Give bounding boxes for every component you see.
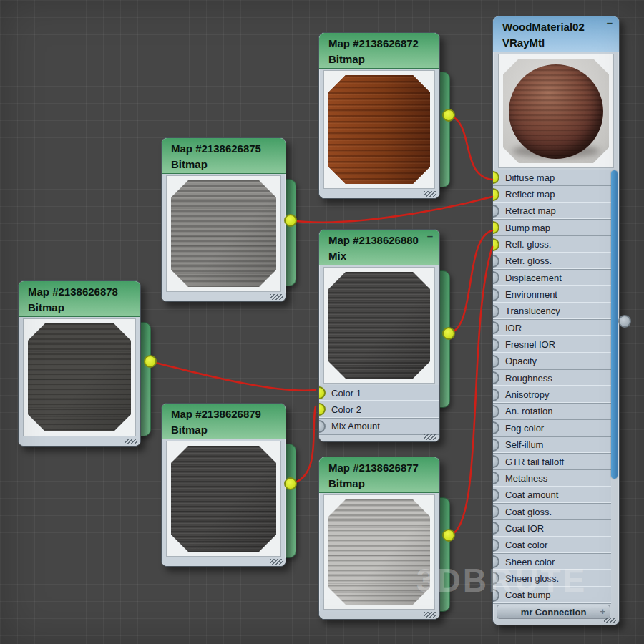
material-slot[interactable]: Fresnel IOR — [493, 336, 611, 353]
mix-slot[interactable]: Color 2 — [319, 401, 439, 418]
node-map-2138626872[interactable]: Map #2138626872 Bitmap — [318, 32, 440, 199]
material-slot[interactable]: Coat color — [493, 537, 611, 554]
slot-label: GTR tail falloff — [493, 457, 564, 467]
resize-grip-icon[interactable] — [424, 434, 436, 440]
material-slot[interactable]: Refract map — [493, 203, 611, 220]
wire-2878-to-color1[interactable] — [150, 361, 316, 391]
slot-label: Environment — [493, 289, 557, 300]
node-header[interactable]: Map #2138626872 Bitmap — [319, 33, 439, 69]
material-slot[interactable]: Fog color — [493, 420, 611, 436]
node-scrollbar[interactable] — [611, 170, 618, 479]
node-subtitle: Bitmap — [28, 300, 140, 315]
expand-plus-icon[interactable]: + — [600, 606, 605, 617]
wire-mix-to-bump[interactable] — [449, 230, 492, 333]
output-socket-2877[interactable] — [442, 529, 455, 542]
material-slot[interactable]: Anisotropy — [493, 386, 611, 403]
slot-label: Coat bump — [493, 590, 551, 600]
material-preview[interactable] — [498, 54, 614, 168]
node-subtitle: Bitmap — [328, 476, 439, 491]
node-material-woodmaterial02[interactable]: – WoodMaterial02 VRayMtl Diffuse map Ref… — [492, 16, 620, 625]
mix-slot[interactable]: Color 1 — [319, 385, 439, 401]
slot-label: Translucency — [493, 306, 560, 316]
material-slot[interactable]: Diffuse map — [493, 170, 611, 186]
material-slot[interactable]: Sheen gloss. — [493, 570, 611, 587]
slot-label: Mix Amount — [319, 421, 380, 431]
material-sphere — [509, 64, 603, 159]
wire-2875-to-reflect[interactable] — [291, 197, 492, 223]
material-slot-list: Diffuse map Reflect map Refract map Bump… — [493, 170, 611, 604]
node-mix-2138626880[interactable]: – Map #2138626880 Mix Color 1 Color 2 Mi… — [318, 229, 440, 442]
material-slot[interactable]: Displacement — [493, 270, 611, 286]
resize-grip-icon[interactable] — [604, 618, 616, 623]
material-slot[interactable]: Self-illum — [493, 437, 611, 454]
node-header[interactable]: Map #2138626879 Bitmap — [162, 404, 286, 439]
slot-label: Bump map — [493, 223, 550, 233]
mix-slot[interactable]: Mix Amount — [319, 419, 439, 435]
material-slot[interactable]: GTR tail falloff — [493, 454, 611, 470]
node-title: Map #2138626872 — [328, 35, 439, 52]
resize-grip-icon[interactable] — [270, 294, 283, 300]
slot-label: Refl. gloss. — [493, 239, 551, 250]
texture-preview[interactable] — [323, 267, 435, 384]
material-slot[interactable]: Translucency — [493, 303, 611, 320]
material-slot[interactable]: Roughness — [493, 370, 611, 386]
resize-grip-icon[interactable] — [424, 191, 436, 197]
node-map-2138626878[interactable]: Map #2138626878 Bitmap — [18, 280, 141, 447]
node-subtitle: Mix — [328, 248, 439, 263]
slot-label: Coat IOR — [493, 523, 544, 534]
wire-2877-to-reflgloss[interactable] — [449, 247, 492, 535]
texture-preview[interactable] — [323, 494, 435, 610]
node-header[interactable]: – Map #2138626880 Mix — [319, 230, 439, 265]
output-socket-2872[interactable] — [442, 109, 455, 122]
texture-preview[interactable] — [166, 441, 281, 557]
output-socket-2878[interactable] — [144, 355, 157, 368]
material-slot[interactable]: Reflect map — [493, 186, 611, 203]
collapse-icon[interactable]: – — [427, 231, 433, 241]
collapse-icon[interactable]: – — [607, 18, 613, 28]
resize-grip-icon[interactable] — [125, 439, 137, 444]
material-slot[interactable]: Bump map — [493, 220, 611, 236]
node-header[interactable]: – WoodMaterial02 VRayMtl — [493, 16, 619, 52]
material-slot[interactable]: Coat gloss. — [493, 504, 611, 520]
material-slot[interactable]: Coat IOR — [493, 520, 611, 537]
slot-label: Displacement — [493, 273, 562, 283]
output-socket-2875[interactable] — [284, 214, 297, 227]
material-slot[interactable]: Environment — [493, 286, 611, 303]
material-slot[interactable]: Refl. gloss. — [493, 236, 611, 253]
node-map-2138626879[interactable]: Map #2138626879 Bitmap — [161, 403, 286, 567]
mr-connection-button[interactable]: mr Connection + — [497, 605, 610, 619]
node-header[interactable]: Map #2138626878 Bitmap — [19, 281, 140, 317]
material-slot[interactable]: Coat bump — [493, 587, 611, 604]
node-footer — [162, 293, 286, 301]
resize-grip-icon[interactable] — [270, 559, 283, 565]
material-slot[interactable]: An. rotation — [493, 404, 611, 420]
slot-label: Sheen color — [493, 557, 555, 567]
texture-preview[interactable] — [23, 318, 136, 436]
material-slot[interactable]: Metalness — [493, 470, 611, 487]
material-title: WoodMaterial02 — [502, 19, 619, 35]
material-slot[interactable]: Refr. gloss. — [493, 253, 611, 270]
node-header[interactable]: Map #2138626875 Bitmap — [162, 138, 286, 174]
material-slot[interactable]: Opacity — [493, 353, 611, 370]
slot-label: Reflect map — [493, 189, 555, 200]
material-slot[interactable]: Coat amount — [493, 487, 611, 504]
output-socket-mix-2880[interactable] — [442, 327, 455, 340]
mix-slot-list: Color 1 Color 2 Mix Amount — [319, 385, 439, 435]
node-map-2138626877[interactable]: Map #2138626877 Bitmap — [318, 457, 440, 620]
texture-preview[interactable] — [166, 175, 281, 292]
output-socket-2879[interactable] — [284, 477, 297, 490]
node-footer — [319, 435, 439, 441]
node-map-2138626875[interactable]: Map #2138626875 Bitmap — [161, 137, 286, 302]
node-header[interactable]: Map #2138626877 Bitmap — [319, 457, 439, 493]
material-slot[interactable]: IOR — [493, 320, 611, 336]
node-footer — [319, 611, 439, 619]
node-title: Map #2138626877 — [328, 459, 439, 476]
material-slot[interactable]: Sheen color — [493, 554, 611, 570]
slot-label: Self-illum — [493, 439, 543, 450]
slot-label: Coat gloss. — [493, 507, 552, 517]
wire-2872-to-diffuse[interactable] — [449, 115, 492, 180]
output-socket-material[interactable] — [618, 315, 631, 328]
slot-label: An. rotation — [493, 406, 553, 416]
resize-grip-icon[interactable] — [424, 612, 436, 618]
texture-preview[interactable] — [323, 70, 435, 189]
